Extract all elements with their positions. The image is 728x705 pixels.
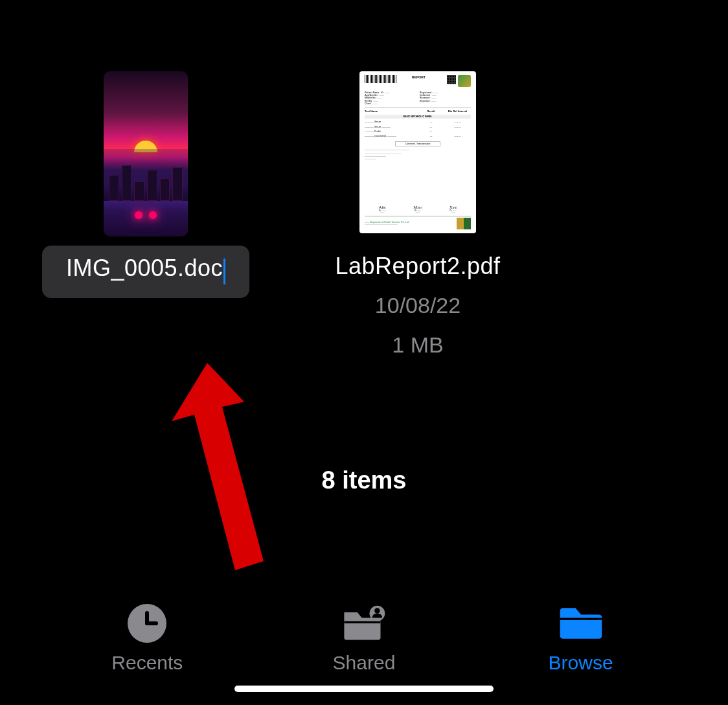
tab-label: Recents (111, 652, 183, 674)
clock-icon (125, 604, 169, 643)
file-size: 1 MB (392, 329, 443, 361)
file-item-editing[interactable]: IMG_0005.doc (42, 71, 249, 298)
annotation-arrow-icon (172, 363, 269, 577)
file-name-label: LabReport2.pdf (334, 251, 502, 282)
tab-bar: Recents Shared Browse (0, 604, 728, 674)
item-count: 8 items (322, 467, 407, 494)
file-item[interactable]: REPORT Patient Name : Mr. —— Registered … (314, 71, 521, 361)
svg-point-5 (374, 608, 380, 614)
svg-rect-6 (560, 618, 602, 620)
file-thumbnail-pdf[interactable]: REPORT Patient Name : Mr. —— Registered … (359, 71, 476, 233)
file-date: 10/08/22 (375, 290, 461, 321)
tab-recents[interactable]: Recents (82, 604, 212, 674)
svg-rect-2 (145, 621, 158, 625)
tab-shared[interactable]: Shared (299, 604, 429, 674)
tab-label: Browse (549, 652, 613, 674)
text-cursor (223, 259, 225, 284)
folder-icon (559, 604, 603, 643)
svg-rect-3 (344, 621, 380, 623)
file-name-text: IMG_0005.doc (66, 255, 223, 281)
file-grid: IMG_0005.doc REPORT Patient Name : Mr. —… (0, 0, 728, 361)
shared-folder-icon (342, 604, 386, 643)
home-indicator[interactable] (234, 686, 494, 692)
file-thumbnail-image[interactable] (104, 71, 188, 237)
tab-browse[interactable]: Browse (516, 604, 646, 674)
file-rename-input[interactable]: IMG_0005.doc (42, 246, 249, 298)
tab-label: Shared (333, 652, 396, 674)
